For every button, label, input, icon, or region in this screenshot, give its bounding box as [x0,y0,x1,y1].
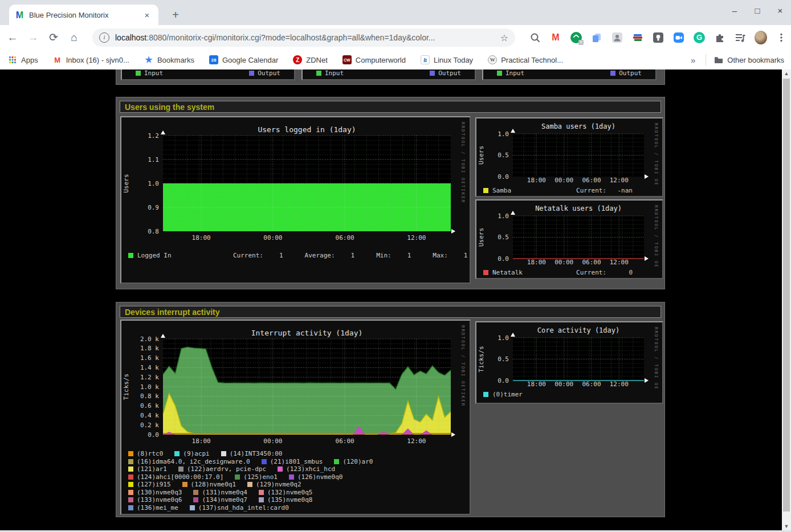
grammarly-icon[interactable]: G [693,31,706,44]
legend-swatch [259,497,264,502]
extensions-puzzle-icon[interactable] [713,31,726,44]
copy-pages-icon[interactable] [590,31,603,44]
legend-swatch [247,482,252,487]
back-button[interactable]: ← [5,30,21,46]
legend-item: (126)nvme0q0 [289,473,343,481]
legend-swatch [334,459,339,464]
bookmark-label: ZDNet [306,56,328,64]
legend-swatch [316,71,321,76]
svg-text:12:00: 12:00 [610,380,629,388]
scrollbar-thumb[interactable] [783,79,790,511]
svg-text:1.0 k: 1.0 k [140,383,159,391]
graph-samba-users[interactable]: 0.00.51.018:0000:0006:0012:00UsersSamba … [475,117,663,197]
legend-swatch [128,497,133,502]
legend-stat: Min:1 [376,252,411,259]
gmail-icon[interactable]: M [549,31,562,44]
svg-text:18:00: 18:00 [192,437,211,445]
graph-netatalk-users[interactable]: 0.00.51.018:0000:0006:0012:00UsersNetata… [475,199,663,279]
zoom-video-icon[interactable] [672,31,685,44]
legend-item: (16)idma64.0, i2c_designware.0 [128,458,250,465]
legend-item: (130)nvme0q3 [128,489,182,496]
svg-text:12:00: 12:00 [610,177,629,184]
bookmark-item[interactable]: WPractical Technol... [488,55,563,64]
bookmark-label: Bookmarks [157,56,194,64]
net-graph-panel-cutoff[interactable]: InputOutput [482,69,657,80]
svg-text:18:00: 18:00 [527,380,546,388]
reload-button[interactable]: ⟳ [46,30,62,46]
net-graph-panel-cutoff[interactable]: InputOutput [301,69,476,80]
computerworld-icon: CW [343,55,352,64]
svg-text:12:00: 12:00 [610,259,629,266]
legend-item: (134)nvme0q7 [193,496,247,504]
legend-swatch [178,466,184,472]
bookmark-item[interactable]: ltLinux Today [421,55,473,64]
svg-text:2.0 k: 2.0 k [140,335,159,343]
legend-swatch [128,459,133,464]
graph-interrupt-activity[interactable]: 0.00.2 k0.4 k0.6 k0.8 k1.0 k1.2 k1.4 k1.… [120,320,471,515]
window-close-button[interactable]: × [775,6,785,15]
legend-series-name: Logged In [137,252,211,259]
kebab-menu-icon[interactable] [775,31,788,44]
section-users: Users using the system 0.80.91.01.11.218… [116,97,665,289]
svg-text:18:00: 18:00 [527,259,546,266]
hangouts-phone-icon[interactable]: ? [570,31,582,44]
svg-text:0.4 k: 0.4 k [140,412,159,419]
url-bar[interactable]: i localhost:8080/monitorix-cgi/monitorix… [92,28,515,47]
extension-icons-row: M?G [529,28,788,47]
section-title-users: Users using the system [120,101,661,113]
svg-text:06:00: 06:00 [336,437,354,445]
graph-users-logged-in[interactable]: 0.80.91.01.11.218:0000:0006:0012:00Users… [120,116,471,284]
graph-core-activity[interactable]: 0.00.51.018:0000:0006:0012:00Ticks/sCore… [475,321,663,404]
profile-avatar[interactable] [755,31,767,44]
other-bookmarks-button[interactable]: Other bookmarks [714,56,784,64]
svg-text:0.9: 0.9 [148,204,159,211]
legend-stat: Max:1 [433,252,467,259]
bookmark-item[interactable]: 28Google Calendar [209,55,278,64]
legend-row: (130)nvme0q3(131)nvme0q4(132)nvme0q5 [121,489,470,497]
legend-input: Input [136,69,163,77]
page-content: InputOutputInputOutputInputOutput Users … [0,69,791,530]
svg-text:18:00: 18:00 [527,177,546,184]
person-badge-icon[interactable] [611,31,623,44]
search-icon[interactable] [529,31,541,44]
legend-swatch [430,71,435,76]
scrollbar-up-icon[interactable]: ▲ [782,69,791,77]
new-tab-button[interactable]: + [169,8,182,22]
svg-text:Ticks/s: Ticks/s [123,374,130,400]
bookmarks-overflow-chevron[interactable]: » [691,55,695,65]
books-stack-icon[interactable] [631,31,644,44]
home-button[interactable]: ⌂ [66,30,82,46]
window-maximize-button[interactable]: □ [752,6,763,15]
window-minimize-button[interactable]: – [729,6,740,15]
legend-item: (122)aerdrv, pcie-dpc [178,465,266,473]
lamp-icon[interactable] [652,31,664,44]
bookmark-label: Inbox (16) - sjvn0... [66,56,129,64]
bookmark-label: Google Calendar [222,56,278,64]
legend-input: Input [497,69,524,77]
legend-swatch [128,253,133,258]
tab-monitorix[interactable]: M Blue Precision Monitorix × [9,5,158,25]
legend-stat: Average:1 [305,252,355,259]
page-info-icon[interactable]: i [99,32,109,43]
svg-text:06:00: 06:00 [582,259,601,266]
bookmark-item[interactable]: CWComputerworld [343,55,406,64]
net-graph-panel-cutoff[interactable]: InputOutput [121,69,295,80]
forward-button[interactable]: → [25,30,41,46]
tab-close-icon[interactable]: × [141,10,153,20]
bookmark-item[interactable]: ZZDNet [293,55,328,64]
scrollbar-down-icon[interactable]: ▼ [782,522,791,530]
vertical-scrollbar[interactable]: ▲ ▼ [782,69,791,530]
bookmarks-bar: AppsMInbox (16) - sjvn0...★Bookmarks28Go… [0,50,791,69]
legend-swatch [483,270,488,275]
bookmark-item[interactable]: ★Bookmarks [144,55,194,64]
bookmark-item[interactable]: MInbox (16) - sjvn0... [53,55,129,64]
legend-row: (127)i915(128)nvme0q1(129)nvme0q2 [121,481,470,489]
svg-text:Netatalk users (1day): Netatalk users (1day) [535,204,622,212]
svg-text:RRDTOOL / TOBI OETIKER: RRDTOOL / TOBI OETIKER [654,123,659,186]
media-queue-icon[interactable] [734,31,747,44]
bookmark-item[interactable]: Apps [8,55,38,64]
svg-text:RRDTOOL / TOBI OETIKER: RRDTOOL / TOBI OETIKER [654,327,659,390]
bookmark-star-icon[interactable]: ☆ [500,32,508,43]
legend-output: Output [430,69,461,77]
legend-item: (125)eno1 [235,473,278,481]
